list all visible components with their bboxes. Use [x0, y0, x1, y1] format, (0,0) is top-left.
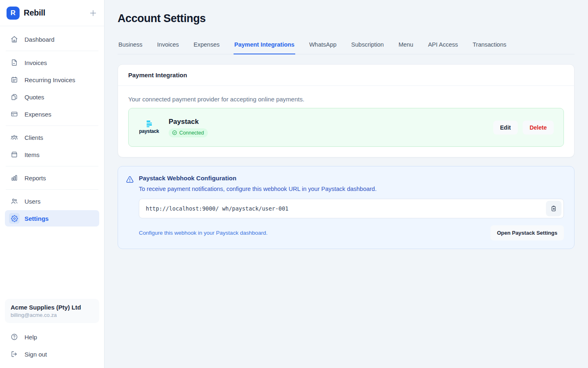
webhook-description: To receive payment notifications, config…	[139, 186, 564, 192]
user-company: Acme Supplies (Pty) Ltd	[11, 304, 94, 311]
sidebar-item-settings[interactable]: Settings	[5, 210, 99, 227]
provider-info: Paystack Connected	[169, 118, 208, 137]
help-label: Help	[24, 334, 37, 341]
divider	[6, 126, 98, 126]
tab-expenses[interactable]: Expenses	[193, 37, 220, 54]
user-email: billing@acme.co.za	[11, 312, 94, 318]
brand-logo: R	[7, 7, 20, 20]
webhook-content: Paystack Webhook Configuration To receiv…	[139, 175, 564, 240]
sign-out-label: Sign out	[24, 351, 47, 358]
brand-name: Rebill	[24, 8, 45, 18]
provider-name: Paystack	[169, 118, 208, 126]
bar-chart-icon	[9, 173, 20, 183]
sidebar-item-users[interactable]: Users	[5, 193, 99, 209]
sidebar-item-label: Expenses	[24, 111, 51, 118]
webhook-url-input[interactable]	[139, 199, 564, 218]
check-circle-icon	[172, 130, 177, 135]
provider-description: Your connected payment provider for acce…	[128, 96, 564, 103]
tab-business[interactable]: Business	[118, 37, 143, 54]
sidebar-item-label: Settings	[24, 215, 49, 222]
card-body: Your connected payment provider for acce…	[118, 86, 574, 157]
add-button[interactable]	[89, 9, 98, 18]
payment-integration-card: Payment Integration Your connected payme…	[118, 64, 575, 157]
webhook-title: Paystack Webhook Configuration	[139, 175, 564, 182]
paystack-wordmark: paystack	[139, 128, 159, 134]
credit-card-icon	[9, 109, 20, 119]
users-icon	[9, 196, 20, 206]
page-title: Account Settings	[118, 12, 575, 25]
user-card[interactable]: Acme Supplies (Pty) Ltd billing@acme.co.…	[5, 299, 99, 323]
sidebar-item-quotes[interactable]: Quotes	[5, 89, 99, 105]
paystack-mark-icon	[147, 121, 152, 127]
sidebar-item-label: Quotes	[24, 94, 44, 101]
archive-box-icon	[9, 149, 20, 160]
open-paystack-settings-button[interactable]: Open Paystack Settings	[490, 225, 564, 240]
settings-tabs: Business Invoices Expenses Payment Integ…	[118, 37, 575, 54]
copy-pages-icon	[9, 92, 20, 102]
sidebar-item-invoices[interactable]: Invoices	[5, 54, 99, 71]
edit-button[interactable]: Edit	[493, 121, 518, 135]
divider	[6, 189, 98, 190]
copy-button[interactable]	[546, 201, 561, 216]
tab-payment-integrations[interactable]: Payment Integrations	[234, 37, 295, 54]
sidebar-item-recurring-invoices[interactable]: Recurring Invoices	[5, 72, 99, 88]
warning-triangle-icon	[126, 175, 134, 240]
card-header: Payment Integration	[118, 65, 574, 86]
divider	[6, 51, 98, 51]
sidebar-footer: Acme Supplies (Pty) Ltd billing@acme.co.…	[0, 294, 104, 368]
help-circle-icon	[9, 332, 20, 342]
tab-menu[interactable]: Menu	[398, 37, 414, 54]
plus-icon	[89, 9, 98, 18]
tab-whatsapp[interactable]: WhatsApp	[308, 37, 337, 54]
sidebar-item-expenses[interactable]: Expenses	[5, 106, 99, 122]
webhook-configure-link[interactable]: Configure this webhook in your Paystack …	[139, 230, 267, 236]
status-badge: Connected	[169, 128, 208, 137]
people-group-icon	[9, 132, 20, 143]
provider-row: paystack Paystack Connected Edit Delete	[128, 108, 564, 147]
sidebar-item-label: Reports	[24, 175, 46, 182]
card-title: Payment Integration	[128, 72, 564, 79]
webhook-url-wrap	[139, 199, 564, 218]
sidebar-item-label: Invoices	[24, 59, 47, 66]
clipboard-copy-icon	[550, 205, 557, 212]
file-icon	[9, 57, 20, 68]
sidebar-nav: Dashboard Invoices Recurring Invoices Qu…	[0, 26, 104, 294]
sidebar-item-dashboard[interactable]: Dashboard	[5, 31, 99, 47]
sidebar-item-label: Dashboard	[24, 36, 54, 43]
sidebar-item-label: Users	[24, 198, 40, 205]
sidebar-item-reports[interactable]: Reports	[5, 170, 99, 186]
sidebar-item-clients[interactable]: Clients	[5, 129, 99, 146]
sign-out-button[interactable]: Sign out	[5, 346, 99, 362]
tab-transactions[interactable]: Transactions	[472, 37, 507, 54]
tab-invoices[interactable]: Invoices	[156, 37, 180, 54]
log-out-icon	[9, 349, 20, 359]
sidebar-item-items[interactable]: Items	[5, 146, 99, 163]
sidebar-item-label: Recurring Invoices	[24, 76, 75, 83]
delete-button[interactable]: Delete	[523, 121, 554, 135]
sidebar-item-label: Clients	[24, 134, 43, 141]
provider-actions: Edit Delete	[493, 121, 554, 135]
help-button[interactable]: Help	[5, 329, 99, 345]
status-label: Connected	[179, 130, 204, 136]
sidebar-item-label: Items	[24, 151, 40, 158]
tab-subscription[interactable]: Subscription	[350, 37, 385, 54]
webhook-config-card: Paystack Webhook Configuration To receiv…	[118, 166, 575, 249]
calendar-icon	[9, 74, 20, 85]
home-icon	[9, 34, 20, 45]
paystack-logo: paystack	[138, 121, 160, 134]
gear-icon	[9, 213, 20, 224]
divider	[6, 166, 98, 166]
sidebar-header: R Rebill	[0, 0, 104, 26]
brand-initial: R	[11, 9, 16, 17]
main-content: Account Settings Business Invoices Expen…	[105, 0, 588, 368]
tab-api-access[interactable]: API Access	[427, 37, 459, 54]
sidebar: R Rebill Dashboard Invoices Recurring In…	[0, 0, 105, 368]
webhook-footer: Configure this webhook in your Paystack …	[139, 225, 564, 240]
